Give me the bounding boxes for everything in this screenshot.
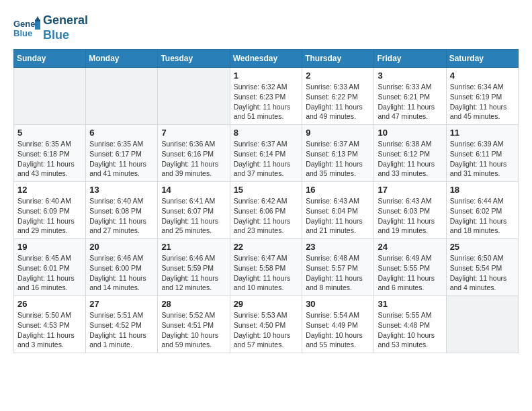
day-info: Sunrise: 6:35 AM Sunset: 6:17 PM Dayligh… [89,139,154,179]
col-friday: Friday [374,50,446,68]
calendar-cell: 9Sunrise: 6:37 AM Sunset: 6:13 PM Daylig… [302,125,374,182]
day-info: Sunrise: 5:50 AM Sunset: 4:53 PM Dayligh… [17,310,82,350]
day-number: 21 [161,242,226,252]
day-number: 24 [378,242,442,252]
day-number: 4 [450,71,515,81]
day-number: 20 [89,242,154,252]
day-info: Sunrise: 6:42 AM Sunset: 6:06 PM Dayligh… [234,196,299,236]
day-info: Sunrise: 6:44 AM Sunset: 6:02 PM Dayligh… [450,196,515,236]
day-info: Sunrise: 5:52 AM Sunset: 4:51 PM Dayligh… [161,310,226,350]
day-number: 10 [378,128,442,138]
col-saturday: Saturday [446,50,518,68]
day-info: Sunrise: 5:54 AM Sunset: 4:49 PM Dayligh… [306,310,370,350]
day-number: 12 [17,185,82,195]
day-info: Sunrise: 6:33 AM Sunset: 6:22 PM Dayligh… [306,82,370,122]
col-wednesday: Wednesday [230,50,302,68]
calendar-cell: 5Sunrise: 6:35 AM Sunset: 6:18 PM Daylig… [14,125,86,182]
day-info: Sunrise: 6:48 AM Sunset: 5:57 PM Dayligh… [306,253,370,293]
calendar-week-4: 19Sunrise: 6:45 AM Sunset: 6:01 PM Dayli… [14,239,519,296]
calendar-cell: 11Sunrise: 6:39 AM Sunset: 6:11 PM Dayli… [446,125,518,182]
day-info: Sunrise: 6:33 AM Sunset: 6:21 PM Dayligh… [378,82,442,122]
logo-text-general: General [43,13,88,28]
calendar-cell: 13Sunrise: 6:40 AM Sunset: 6:08 PM Dayli… [86,182,158,239]
calendar-cell: 29Sunrise: 5:53 AM Sunset: 4:50 PM Dayli… [230,296,302,353]
day-number: 26 [17,299,82,309]
calendar-cell [158,68,230,125]
calendar-week-3: 12Sunrise: 6:40 AM Sunset: 6:09 PM Dayli… [14,182,519,239]
day-info: Sunrise: 6:34 AM Sunset: 6:19 PM Dayligh… [450,82,515,122]
calendar-cell: 16Sunrise: 6:43 AM Sunset: 6:04 PM Dayli… [302,182,374,239]
calendar-week-5: 26Sunrise: 5:50 AM Sunset: 4:53 PM Dayli… [14,296,519,353]
calendar-table: Sunday Monday Tuesday Wednesday Thursday… [13,49,519,353]
calendar-cell: 10Sunrise: 6:38 AM Sunset: 6:12 PM Dayli… [374,125,446,182]
calendar-cell: 26Sunrise: 5:50 AM Sunset: 4:53 PM Dayli… [14,296,86,353]
calendar-cell: 22Sunrise: 6:47 AM Sunset: 5:58 PM Dayli… [230,239,302,296]
calendar-cell: 18Sunrise: 6:44 AM Sunset: 6:02 PM Dayli… [446,182,518,239]
day-info: Sunrise: 6:40 AM Sunset: 6:09 PM Dayligh… [17,196,82,236]
day-info: Sunrise: 6:36 AM Sunset: 6:16 PM Dayligh… [161,139,226,179]
day-number: 17 [378,185,442,195]
day-info: Sunrise: 6:46 AM Sunset: 5:59 PM Dayligh… [161,253,226,293]
col-tuesday: Tuesday [158,50,230,68]
calendar-cell [86,68,158,125]
calendar-cell: 6Sunrise: 6:35 AM Sunset: 6:17 PM Daylig… [86,125,158,182]
day-info: Sunrise: 6:35 AM Sunset: 6:18 PM Dayligh… [17,139,82,179]
day-number: 9 [306,128,370,138]
day-number: 28 [161,299,226,309]
day-info: Sunrise: 6:49 AM Sunset: 5:55 PM Dayligh… [378,253,442,293]
calendar-cell: 31Sunrise: 5:55 AM Sunset: 4:48 PM Dayli… [374,296,446,353]
calendar-cell: 20Sunrise: 6:46 AM Sunset: 6:00 PM Dayli… [86,239,158,296]
calendar-cell: 23Sunrise: 6:48 AM Sunset: 5:57 PM Dayli… [302,239,374,296]
day-number: 30 [306,299,370,309]
day-info: Sunrise: 6:37 AM Sunset: 6:13 PM Dayligh… [306,139,370,179]
day-info: Sunrise: 6:37 AM Sunset: 6:14 PM Dayligh… [234,139,299,179]
day-info: Sunrise: 6:47 AM Sunset: 5:58 PM Dayligh… [234,253,299,293]
calendar-cell [14,68,86,125]
day-number: 3 [378,71,442,81]
day-number: 23 [306,242,370,252]
svg-text:Blue: Blue [13,28,32,38]
day-info: Sunrise: 6:50 AM Sunset: 5:54 PM Dayligh… [450,253,515,293]
day-info: Sunrise: 6:32 AM Sunset: 6:23 PM Dayligh… [234,82,299,122]
col-thursday: Thursday [302,50,374,68]
day-info: Sunrise: 6:45 AM Sunset: 6:01 PM Dayligh… [17,253,82,293]
day-info: Sunrise: 6:43 AM Sunset: 6:04 PM Dayligh… [306,196,370,236]
calendar-cell: 3Sunrise: 6:33 AM Sunset: 6:21 PM Daylig… [374,68,446,125]
day-number: 22 [234,242,299,252]
day-number: 29 [234,299,299,309]
calendar-cell: 1Sunrise: 6:32 AM Sunset: 6:23 PM Daylig… [230,68,302,125]
day-number: 1 [234,71,299,81]
day-number: 18 [450,185,515,195]
day-number: 7 [161,128,226,138]
day-info: Sunrise: 6:40 AM Sunset: 6:08 PM Dayligh… [89,196,154,236]
day-number: 15 [234,185,299,195]
calendar-cell: 4Sunrise: 6:34 AM Sunset: 6:19 PM Daylig… [446,68,518,125]
day-number: 19 [17,242,82,252]
calendar-cell: 30Sunrise: 5:54 AM Sunset: 4:49 PM Dayli… [302,296,374,353]
day-info: Sunrise: 5:51 AM Sunset: 4:52 PM Dayligh… [89,310,154,350]
calendar-week-2: 5Sunrise: 6:35 AM Sunset: 6:18 PM Daylig… [14,125,519,182]
calendar-header-row: Sunday Monday Tuesday Wednesday Thursday… [14,50,519,68]
col-sunday: Sunday [14,50,86,68]
day-number: 16 [306,185,370,195]
calendar-cell: 27Sunrise: 5:51 AM Sunset: 4:52 PM Dayli… [86,296,158,353]
calendar-cell: 21Sunrise: 6:46 AM Sunset: 5:59 PM Dayli… [158,239,230,296]
calendar-cell: 19Sunrise: 6:45 AM Sunset: 6:01 PM Dayli… [14,239,86,296]
day-number: 25 [450,242,515,252]
calendar-cell: 12Sunrise: 6:40 AM Sunset: 6:09 PM Dayli… [14,182,86,239]
calendar-cell [446,296,518,353]
calendar-cell: 17Sunrise: 6:43 AM Sunset: 6:03 PM Dayli… [374,182,446,239]
calendar-cell: 8Sunrise: 6:37 AM Sunset: 6:14 PM Daylig… [230,125,302,182]
day-info: Sunrise: 6:41 AM Sunset: 6:07 PM Dayligh… [161,196,226,236]
day-number: 13 [89,185,154,195]
day-number: 2 [306,71,370,81]
day-info: Sunrise: 6:46 AM Sunset: 6:00 PM Dayligh… [89,253,154,293]
calendar-cell: 14Sunrise: 6:41 AM Sunset: 6:07 PM Dayli… [158,182,230,239]
logo: General Blue General Blue [13,13,88,42]
day-number: 14 [161,185,226,195]
calendar-cell: 28Sunrise: 5:52 AM Sunset: 4:51 PM Dayli… [158,296,230,353]
day-info: Sunrise: 5:55 AM Sunset: 4:48 PM Dayligh… [378,310,442,350]
day-info: Sunrise: 5:53 AM Sunset: 4:50 PM Dayligh… [234,310,299,350]
day-number: 27 [89,299,154,309]
day-number: 31 [378,299,442,309]
